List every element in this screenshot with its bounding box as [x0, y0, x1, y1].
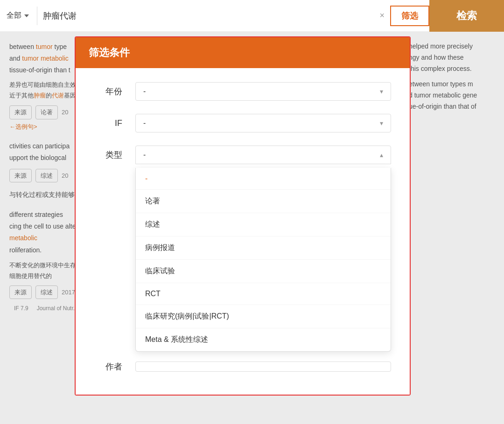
dialog-body: 年份 - ▾ IF - ▾ 类型 - ▴ — [76, 68, 410, 395]
category-chevron-icon — [24, 14, 29, 17]
select-if[interactable]: - ▾ — [135, 114, 391, 132]
form-row-if: IF - ▾ — [94, 114, 391, 132]
filter-button[interactable]: 筛选 — [390, 6, 429, 26]
dropdown-item-rct[interactable]: RCT — [136, 283, 391, 305]
label-year: 年份 — [94, 86, 122, 97]
chevron-down-if-icon: ▾ — [380, 119, 383, 127]
dropdown-item-dash[interactable]: - — [136, 168, 391, 190]
label-type: 类型 — [94, 149, 122, 160]
select-year[interactable]: - ▾ — [135, 82, 391, 101]
clear-icon[interactable]: × — [379, 11, 385, 21]
category-selector[interactable]: 全部 — [0, 7, 37, 25]
form-row-year: 年份 - ▾ — [94, 82, 391, 101]
label-author: 作者 — [94, 361, 122, 372]
select-author[interactable] — [135, 361, 391, 372]
form-row-type: 类型 - ▴ — [94, 146, 391, 164]
search-input[interactable] — [43, 11, 385, 21]
select-type[interactable]: - ▴ — [135, 146, 391, 164]
search-button[interactable]: 检索 — [429, 0, 504, 32]
type-dropdown-list: - 论著 综述 病例报道 临床试验 RCT 临床研究(病例|试验|RCT) Me… — [135, 168, 391, 352]
dropdown-item-meta[interactable]: Meta & 系统性综述 — [136, 328, 391, 351]
search-input-wrap: × — [37, 11, 390, 21]
dropdown-item-clinical-trial[interactable]: 临床试验 — [136, 260, 391, 283]
label-if: IF — [94, 118, 122, 128]
chevron-down-year-icon: ▾ — [380, 88, 383, 95]
form-row-author: 作者 — [94, 361, 391, 372]
dialog-title: 筛选条件 — [89, 47, 130, 58]
select-year-value: - — [143, 87, 146, 96]
dropdown-item-bingli[interactable]: 病例报道 — [136, 236, 391, 260]
select-if-value: - — [143, 119, 146, 127]
filter-dialog: 筛选条件 年份 - ▾ IF - ▾ 类型 — [75, 36, 411, 396]
dropdown-item-lunzhu[interactable]: 论著 — [136, 190, 391, 213]
search-bar: 全部 × 筛选 检索 — [0, 0, 504, 32]
content-area: between tumor type and tumor metabolic t… — [0, 32, 504, 424]
chevron-up-type-icon: ▴ — [380, 151, 383, 159]
dialog-header: 筛选条件 — [76, 37, 410, 68]
dropdown-item-zongsu[interactable]: 综述 — [136, 213, 391, 236]
category-label: 全部 — [7, 11, 21, 21]
dropdown-item-clinical-research[interactable]: 临床研究(病例|试验|RCT) — [136, 305, 391, 328]
select-type-value: - — [143, 151, 146, 159]
